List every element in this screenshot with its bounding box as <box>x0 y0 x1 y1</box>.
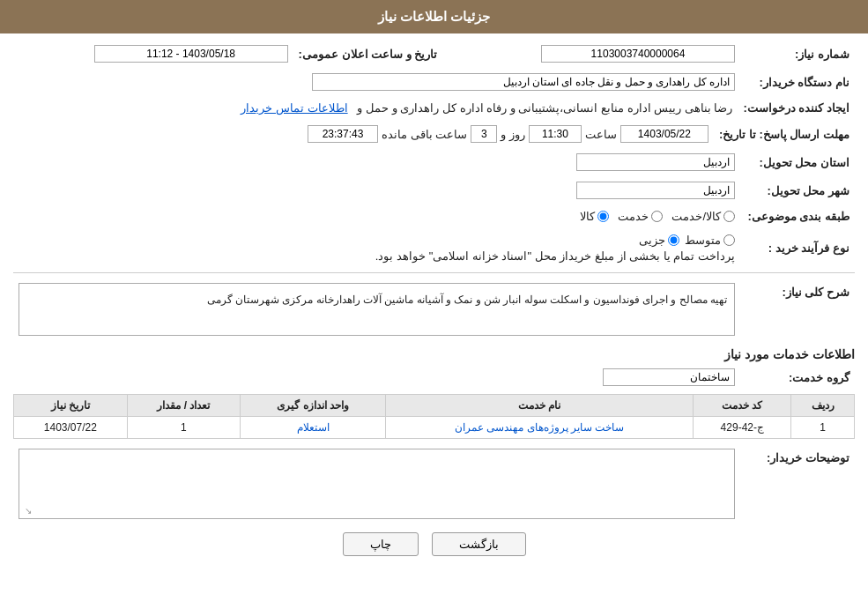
category-kala-service-radio[interactable] <box>723 211 735 222</box>
page-header: جزئیات اطلاعات نیاز <box>0 0 868 33</box>
service-group-input[interactable] <box>603 368 735 386</box>
info-table-creator: ایجاد کننده درخواست: رضا بناهی رییس ادار… <box>13 99 855 117</box>
info-table-category: طبقه بندی موضوعی: کالا/خدمت خدمت <box>13 207 855 226</box>
buyer-notes-label: توضیحات خریدار: <box>740 446 855 522</box>
cell-row: 1 <box>791 417 855 439</box>
buyer-notes-box: ↘ <box>19 449 735 519</box>
deadline-remaining-input[interactable] <box>308 125 378 143</box>
resize-handle-icon: ↘ <box>21 506 32 516</box>
service-data-table: ردیف کد خدمت نام خدمت واحد اندازه گیری ت… <box>13 394 855 439</box>
province-value <box>13 151 740 174</box>
col-row: ردیف <box>791 395 855 417</box>
category-kala-option[interactable]: کالا <box>580 210 609 223</box>
need-number-input[interactable] <box>541 45 735 63</box>
process-desc: پرداخت تمام یا بخشی از مبلغ خریداز محل "… <box>375 249 735 263</box>
row-province: استان محل تحویل: <box>13 151 855 174</box>
col-unit: واحد اندازه گیری <box>241 395 386 417</box>
category-service-label: خدمت <box>618 210 649 223</box>
content-area: شماره نیاز: تاریخ و ساعت اعلان عمومی: نا… <box>0 33 868 576</box>
buyer-input[interactable] <box>312 73 735 91</box>
service-info-header: اطلاعات خدمات مورد نیاز <box>13 347 855 361</box>
row-category: طبقه بندی موضوعی: کالا/خدمت خدمت <box>13 207 855 226</box>
deadline-time-row: ساعت روز و ساعت باقی مانده <box>19 125 708 143</box>
deadline-time-label: ساعت <box>585 128 617 141</box>
page-wrapper: جزئیات اطلاعات نیاز شماره نیاز: تاریخ و … <box>0 0 868 609</box>
need-number-value <box>460 42 740 65</box>
category-service-radio[interactable] <box>651 211 663 222</box>
process-option-row: متوسط جزیی <box>19 234 735 247</box>
need-desc-box: تهیه مصالح و اجرای فونداسیون و اسکلت سول… <box>19 283 735 336</box>
need-desc-label: شرح کلی نیاز: <box>740 280 855 338</box>
category-kala-service-option[interactable]: کالا/خدمت <box>671 210 735 223</box>
deadline-value: ساعت روز و ساعت باقی مانده <box>13 123 714 145</box>
row-buyer: نام دستگاه خریدار: <box>13 71 855 93</box>
buyer-value <box>13 71 740 93</box>
row-service-group: گروه خدمت: <box>13 366 855 389</box>
announcement-input[interactable] <box>94 45 288 63</box>
category-kala-label: کالا <box>580 210 595 223</box>
deadline-day-label: روز و <box>501 128 525 141</box>
info-table-deadline: مهلت ارسال پاسخ: تا تاریخ: ساعت روز و سا… <box>13 123 855 145</box>
info-table-desc: شرح کلی نیاز: تهیه مصالح و اجرای فونداسی… <box>13 280 855 338</box>
cell-code: ج-42-429 <box>694 417 791 439</box>
city-value <box>13 179 740 202</box>
city-label: شهر محل تحویل: <box>740 179 855 202</box>
province-input[interactable] <box>576 153 735 171</box>
process-motevasset-option[interactable]: متوسط <box>685 234 735 247</box>
row-deadline: مهلت ارسال پاسخ: تا تاریخ: ساعت روز و سا… <box>13 123 855 145</box>
buttons-row: بازگشت چاپ <box>13 532 855 556</box>
row-creator: ایجاد کننده درخواست: رضا بناهی رییس ادار… <box>13 99 855 117</box>
service-group-label: گروه خدمت: <box>740 366 855 389</box>
cell-date: 1403/07/22 <box>14 417 128 439</box>
col-date: تاریخ نیاز <box>14 395 128 417</box>
row-process: نوع فرآیند خرید : متوسط جزیی <box>13 231 855 265</box>
table-head: ردیف کد خدمت نام خدمت واحد اندازه گیری ت… <box>14 395 855 417</box>
need-desc-value: تهیه مصالح و اجرای فونداسیون و اسکلت سول… <box>13 280 740 338</box>
process-motevasset-label: متوسط <box>685 234 721 247</box>
cell-name: ساخت سایر پروژه‌های مهندسی عمران <box>385 417 693 439</box>
deadline-date-input[interactable] <box>620 125 708 143</box>
city-input[interactable] <box>576 182 735 199</box>
row-notes: توضیحات خریدار: ↘ <box>13 446 855 522</box>
col-name: نام خدمت <box>385 395 693 417</box>
page-title: جزئیات اطلاعات نیاز <box>378 9 490 24</box>
process-value: متوسط جزیی پرداخت تمام یا بخشی از مبلغ خ… <box>13 231 740 265</box>
category-kala-radio[interactable] <box>597 211 609 222</box>
service-group-value <box>13 366 740 389</box>
province-label: استان محل تحویل: <box>740 151 855 174</box>
table-header-row: ردیف کد خدمت نام خدمت واحد اندازه گیری ت… <box>14 395 855 417</box>
cell-quantity: 1 <box>127 417 241 439</box>
process-jozi-radio[interactable] <box>668 234 679 246</box>
table-row: 1 ج-42-429 ساخت سایر پروژه‌های مهندسی عم… <box>14 417 855 439</box>
category-service-option[interactable]: خدمت <box>618 210 663 223</box>
col-quantity: تعداد / مقدار <box>127 395 241 417</box>
info-table-buyer: نام دستگاه خریدار: <box>13 71 855 93</box>
info-table-service-group: گروه خدمت: <box>13 366 855 389</box>
process-label: نوع فرآیند خرید : <box>740 231 855 265</box>
creator-contact-link[interactable]: اطلاعات تماس خریدار <box>241 101 347 115</box>
process-jozi-label: جزیی <box>639 234 665 247</box>
row-city: شهر محل تحویل: <box>13 179 855 202</box>
creator-label: ایجاد کننده درخواست: <box>738 99 855 117</box>
deadline-days-input[interactable] <box>471 125 497 143</box>
print-button[interactable]: چاپ <box>343 532 419 556</box>
row-desc: شرح کلی نیاز: تهیه مصالح و اجرای فونداسی… <box>13 280 855 338</box>
back-button[interactable]: بازگشت <box>432 532 526 556</box>
deadline-label: مهلت ارسال پاسخ: تا تاریخ: <box>714 123 855 145</box>
process-jozi-option[interactable]: جزیی <box>639 234 679 247</box>
creator-value: رضا بناهی رییس اداره منابع انسانی،پشتیبا… <box>13 99 738 117</box>
buyer-label: نام دستگاه خریدار: <box>740 71 855 93</box>
info-table-province: استان محل تحویل: <box>13 151 855 174</box>
info-table-top: شماره نیاز: تاریخ و ساعت اعلان عمومی: <box>13 42 855 65</box>
deadline-time-input[interactable] <box>529 125 582 143</box>
divider-1 <box>13 272 855 273</box>
row-need-number: شماره نیاز: تاریخ و ساعت اعلان عمومی: <box>13 42 855 65</box>
info-table-process: نوع فرآیند خرید : متوسط جزیی <box>13 231 855 265</box>
category-radio-row: کالا/خدمت خدمت کالا <box>19 210 735 223</box>
category-value: کالا/خدمت خدمت کالا <box>13 207 740 226</box>
process-motevasset-radio[interactable] <box>723 234 735 246</box>
process-desc-row: پرداخت تمام یا بخشی از مبلغ خریداز محل "… <box>19 249 735 263</box>
announcement-label: تاریخ و ساعت اعلان عمومی: <box>293 42 443 65</box>
col-code: کد خدمت <box>694 395 791 417</box>
creator-name: رضا بناهی رییس اداره منابع انسانی،پشتیبا… <box>357 101 732 115</box>
